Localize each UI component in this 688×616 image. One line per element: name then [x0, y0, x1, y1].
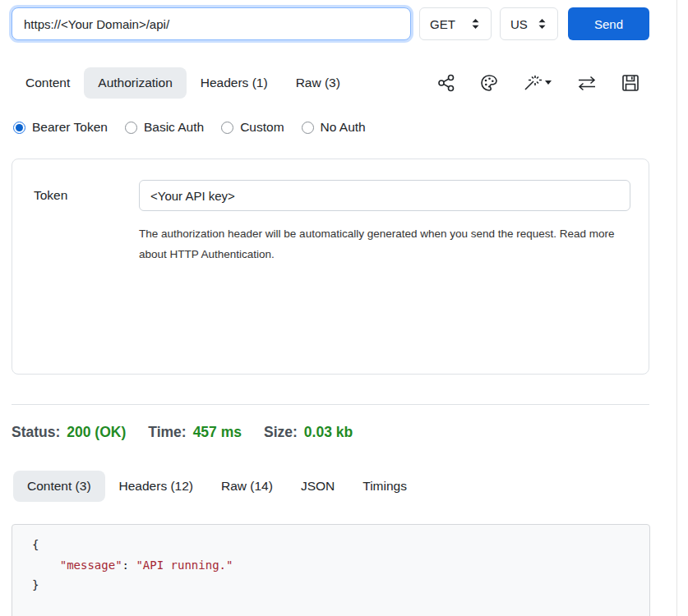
toolbar [437, 74, 649, 92]
chevron-expand-icon [470, 17, 481, 30]
token-input[interactable] [139, 180, 630, 211]
method-select-value: GET [430, 17, 455, 31]
scrollbar-track[interactable] [676, 0, 677, 616]
auth-option-label: Custom [240, 120, 284, 135]
response-tab-json[interactable]: JSON [287, 471, 349, 502]
response-status-row: Status: 200 (OK) Time: 457 ms Size: 0.03… [12, 424, 649, 441]
response-tab-headers[interactable]: Headers (12) [105, 471, 207, 502]
radio-custom[interactable] [221, 122, 233, 134]
tab-content[interactable]: Content [12, 67, 84, 99]
url-input[interactable] [12, 7, 411, 40]
code-line-close: } [32, 575, 633, 595]
time-item: Time: 457 ms [148, 424, 242, 441]
request-tabs: Content Authorization Headers (1) Raw (3… [12, 67, 354, 99]
response-tab-content[interactable]: Content (3) [13, 471, 105, 502]
auth-option-custom[interactable]: Custom [221, 120, 284, 135]
tab-raw[interactable]: Raw (3) [282, 67, 354, 99]
chevron-expand-icon [537, 17, 547, 30]
token-label: Token [34, 188, 139, 203]
auth-option-label: Bearer Token [32, 120, 108, 135]
send-button[interactable]: Send [568, 7, 649, 40]
response-tab-raw[interactable]: Raw (14) [207, 471, 287, 502]
code-line-open: { [32, 535, 633, 555]
status-item: Status: 200 (OK) [12, 424, 126, 441]
share-icon[interactable] [437, 74, 455, 92]
status-label: Status: [12, 424, 60, 441]
section-divider [12, 404, 649, 405]
tab-headers[interactable]: Headers (1) [187, 67, 282, 99]
auth-option-label: Basic Auth [144, 120, 204, 135]
palette-icon[interactable] [480, 74, 498, 92]
token-helper-text: The authorization header will be automat… [139, 223, 621, 264]
save-icon[interactable] [621, 74, 640, 92]
magic-wand-icon[interactable] [523, 74, 552, 92]
response-body-code[interactable]: { "message": "API running." } [12, 524, 650, 616]
auth-option-basic-auth[interactable]: Basic Auth [125, 120, 204, 135]
size-label: Size: [264, 424, 298, 441]
token-row: Token [34, 180, 630, 211]
code-line-message: "message": "API running." [32, 555, 633, 576]
auth-option-no-auth[interactable]: No Auth [302, 120, 366, 135]
time-value: 457 ms [193, 424, 242, 441]
request-bar: GET US Send [12, 7, 649, 40]
region-select[interactable]: US [500, 7, 558, 40]
auth-option-bearer-token[interactable]: Bearer Token [13, 120, 108, 135]
time-label: Time: [148, 424, 186, 441]
api-tester-page: GET US Send Content Authorization Header… [0, 0, 676, 616]
size-item: Size: 0.03 kb [264, 424, 353, 441]
request-tabs-row: Content Authorization Headers (1) Raw (3… [12, 67, 649, 99]
json-key: "message" [60, 559, 122, 572]
status-value: 200 (OK) [67, 424, 126, 441]
tab-authorization[interactable]: Authorization [84, 67, 186, 99]
response-tabs: Content (3) Headers (12) Raw (14) JSON T… [12, 471, 649, 502]
swap-arrows-icon[interactable] [577, 74, 597, 92]
radio-basic-auth[interactable] [125, 122, 137, 134]
radio-bearer-token[interactable] [13, 122, 25, 134]
json-value: "API running." [136, 559, 233, 572]
bearer-token-panel: Token The authorization header will be a… [12, 159, 649, 375]
auth-option-label: No Auth [321, 120, 366, 135]
method-select[interactable]: GET [419, 7, 492, 40]
size-value: 0.03 kb [304, 424, 353, 441]
response-tab-timings[interactable]: Timings [349, 471, 421, 502]
region-select-value: US [510, 17, 528, 31]
radio-no-auth[interactable] [302, 122, 314, 134]
auth-type-options: Bearer Token Basic Auth Custom No Auth [12, 120, 649, 135]
